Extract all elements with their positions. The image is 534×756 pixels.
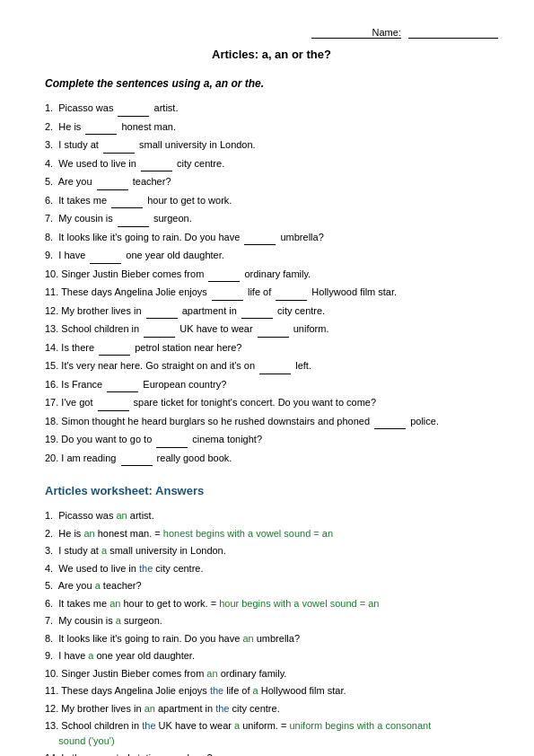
list-item: 11. These days Angelina Jolie enjoys lif… (45, 285, 498, 301)
list-item: 4. We used to live in the city centre. (45, 561, 498, 576)
list-item: 1. Picasso was artist. (45, 101, 498, 117)
list-item: 8. It looks like it's going to rain. Do … (45, 230, 498, 246)
list-item: 11. These days Angelina Jolie enjoys the… (45, 683, 498, 699)
list-item: 13. School children in UK have to wear u… (45, 321, 498, 338)
list-item: 7. My cousin is a surgeon. (45, 613, 498, 629)
list-item: 9. I have a one year old daughter. (45, 648, 498, 664)
list-item: 13. School children in the UK have to we… (45, 718, 498, 748)
list-item: 6. It takes me hour to get to work. (45, 193, 498, 209)
list-item: 3. I study at a small university in Lond… (45, 543, 498, 558)
answers-title: Articles worksheet: Answers (45, 484, 498, 497)
list-item: 14. Is there petrol station near here? (45, 340, 498, 356)
list-item: 6. It takes me an hour to get to work. =… (45, 596, 498, 611)
list-item: 7. My cousin is surgeon. (45, 211, 498, 227)
list-item: 8. It looks like it's going to rain. Do … (45, 631, 498, 646)
list-item: 9. I have one year old daughter. (45, 248, 498, 264)
list-item: 2. He is an honest man. = honest begins … (45, 526, 498, 541)
list-item: 20. I am reading really good book. (45, 451, 498, 467)
list-item: 16. Is France European country? (45, 377, 498, 393)
name-blank (408, 27, 498, 39)
list-item: 17. I've got spare ticket for tonight's … (45, 395, 498, 411)
answers-list: 1. Picasso was an artist. 2. He is an ho… (45, 508, 498, 756)
list-item: 4. We used to live in city centre. (45, 156, 498, 172)
list-item: 10. Singer Justin Bieber comes from an o… (45, 666, 498, 681)
name-line: Name: (45, 27, 498, 39)
list-item: 12. My brother lives in an apartment in … (45, 701, 498, 716)
questions-list: 1. Picasso was artist. 2. He is honest m… (45, 101, 498, 466)
list-item: 15. It's very near here. Go straight on … (45, 358, 498, 374)
section1-title: Complete the sentences using a, an or th… (45, 77, 498, 90)
list-item: 19. Do you want to go to cinema tonight? (45, 432, 498, 448)
list-item: 2. He is honest man. (45, 119, 498, 136)
list-item: 12. My brother lives in apartment in cit… (45, 303, 498, 320)
list-item: 18. Simon thought he heard burglars so h… (45, 414, 498, 430)
list-item: 5. Are you teacher? (45, 174, 498, 190)
main-title: Articles: a, an or the? (45, 48, 498, 61)
name-label: Name: (311, 27, 401, 39)
list-item: 14. Is there a petrol station near here? (45, 751, 498, 756)
list-item: 10. Singer Justin Bieber comes from ordi… (45, 267, 498, 283)
list-item: 3. I study at small university in London… (45, 137, 498, 154)
list-item: 5. Are you a teacher? (45, 578, 498, 593)
list-item: 1. Picasso was an artist. (45, 508, 498, 523)
